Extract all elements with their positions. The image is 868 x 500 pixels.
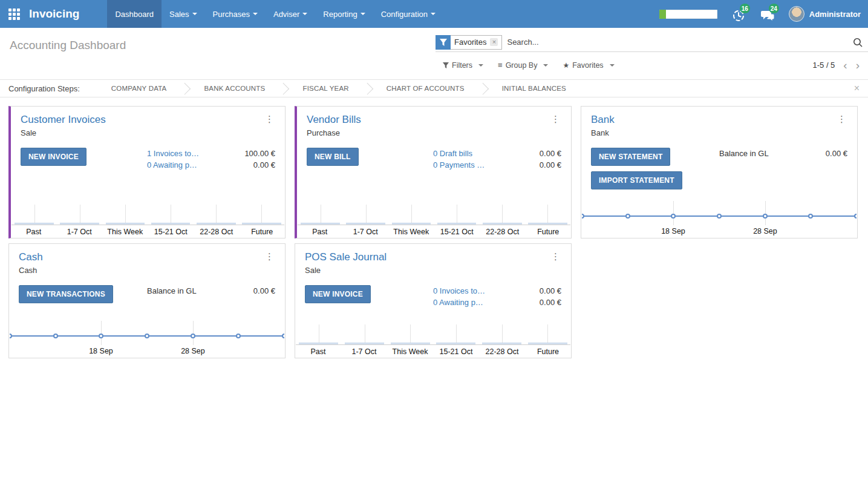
x-tick-label: 22-28 Oct (194, 228, 240, 236)
invoices-to-validate-link[interactable]: 0 Invoices to… (433, 285, 485, 297)
x-tick-label: 15-21 Oct (148, 228, 194, 236)
kebab-menu-icon[interactable]: ⋮ (547, 250, 564, 263)
new-statement-button[interactable]: NEW STATEMENT (591, 148, 670, 166)
kpi-amount: 0.00 € (540, 148, 561, 159)
x-tick-label: Future (525, 347, 571, 356)
grid-icon (8, 8, 20, 20)
balance-label: Balance in GL (147, 285, 197, 297)
search-options-row: Filters ≡ Group By ★ Favorites 1-5 / 5 ‹… (436, 58, 868, 72)
invoices-to-validate-link[interactable]: 1 Invoices to… (147, 148, 199, 159)
new-invoice-button[interactable]: NEW INVOICE (305, 285, 371, 303)
pager-next-icon[interactable]: › (856, 59, 860, 71)
dashboard-kanban: Customer Invoices ⋮ Sale NEW INVOICE 1 I… (0, 97, 868, 367)
pager-previous-icon[interactable]: ‹ (843, 59, 847, 71)
apps-menu-icon[interactable] (0, 0, 28, 28)
x-tick-label: 18 Sep (89, 347, 113, 355)
menu-purchases[interactable]: Purchases (205, 0, 266, 28)
card-subtitle: Sale (21, 128, 275, 137)
filters-button[interactable]: Filters (436, 59, 491, 72)
close-icon[interactable]: × (854, 83, 860, 94)
progress-gauge[interactable] (659, 10, 717, 19)
card-line-graph: 18 Sep 28 Sep (581, 200, 857, 238)
kebab-menu-icon[interactable]: ⋮ (834, 113, 850, 126)
list-icon: ≡ (498, 61, 503, 70)
step-fiscal-year[interactable]: FISCAL YEAR (288, 85, 363, 92)
chevron-down-icon (431, 13, 436, 15)
star-icon: ★ (563, 61, 569, 70)
card-title[interactable]: Customer Invoices (21, 114, 106, 126)
x-tick-label: 1-7 Oct (343, 228, 389, 236)
balance-label: Balance in GL (719, 148, 769, 159)
kpi-amount: 0.00 € (540, 159, 561, 171)
x-tick-label: Past (297, 228, 343, 236)
card-title[interactable]: Vendor Bills (307, 114, 361, 126)
kpi-row: 0 Payments … 0.00 € (433, 159, 561, 171)
facet-remove-icon[interactable]: × (490, 38, 498, 46)
menu-reporting[interactable]: Reporting (315, 0, 373, 28)
x-tick-label: Past (295, 347, 341, 356)
search-facet-favorites[interactable]: Favorites × (436, 35, 502, 50)
pager-value[interactable]: 1-5 / 5 (812, 61, 835, 70)
step-chart-of-accounts[interactable]: CHART OF ACCOUNTS (372, 85, 479, 92)
kebab-menu-icon[interactable]: ⋮ (261, 113, 278, 126)
x-tick-label: This Week (388, 228, 434, 236)
kpi-amount: 0.00 € (253, 285, 275, 297)
menu-sales[interactable]: Sales (162, 0, 205, 28)
payments-link[interactable]: 0 Payments … (433, 159, 485, 171)
card-title[interactable]: Cash (19, 251, 43, 263)
step-company-data[interactable]: COMPANY DATA (97, 85, 181, 92)
kebab-menu-icon[interactable]: ⋮ (261, 250, 278, 263)
new-transactions-button[interactable]: NEW TRANSACTIONS (19, 285, 113, 303)
chevron-down-icon (610, 64, 615, 67)
menu-configuration[interactable]: Configuration (373, 0, 443, 28)
search-bar[interactable]: Favorites × Search... (436, 33, 868, 52)
systray: 16 24 Administrator (659, 0, 868, 28)
menu-dashboard[interactable]: Dashboard (107, 0, 162, 28)
awaiting-payments-link[interactable]: 0 Awaiting p… (147, 159, 197, 171)
card-subtitle: Cash (19, 266, 275, 275)
activity-timer-icon[interactable]: 16 (731, 6, 746, 22)
kpi-row: 0 Draft bills 0.00 € (433, 148, 561, 159)
pager: 1-5 / 5 ‹ › (812, 59, 868, 71)
step-bank-accounts[interactable]: BANK ACCOUNTS (189, 85, 279, 92)
x-tick-label: This Week (387, 347, 433, 356)
user-menu[interactable]: Administrator (789, 6, 861, 22)
import-statement-button[interactable]: IMPORT STATEMENT (591, 171, 682, 189)
card-pos-sale-journal: POS Sale Journal ⋮ Sale NEW INVOICE 0 In… (295, 243, 572, 358)
menu-adviser[interactable]: Adviser (266, 0, 315, 28)
new-bill-button[interactable]: NEW BILL (307, 148, 359, 166)
card-title[interactable]: POS Sale Journal (305, 251, 387, 263)
kpi-row: 0 Awaiting p… 0.00 € (433, 297, 561, 308)
draft-bills-link[interactable]: 0 Draft bills (433, 148, 472, 159)
app-brand[interactable]: Invoicing (28, 0, 88, 28)
x-tick-label: Past (11, 228, 57, 236)
kpi-amount: 0.00 € (540, 297, 561, 308)
search-icon[interactable] (852, 37, 863, 48)
kebab-menu-icon[interactable]: ⋮ (547, 113, 564, 126)
facet-label: Favorites (454, 38, 486, 47)
awaiting-payments-link[interactable]: 0 Awaiting p… (433, 297, 483, 308)
x-tick-label: 1-7 Oct (57, 228, 103, 236)
card-customer-invoices: Customer Invoices ⋮ Sale NEW INVOICE 1 I… (8, 106, 286, 238)
kpi-amount: 0.00 € (253, 159, 275, 171)
x-tick-label: 22-28 Oct (479, 347, 525, 356)
card-title[interactable]: Bank (591, 114, 615, 126)
kpi-row: 1 Invoices to… 100.00 € (147, 148, 275, 159)
control-panel: Accounting Dashboard Favorites × Search.… (0, 28, 868, 79)
search-input[interactable]: Search... (507, 38, 852, 47)
top-navbar: Invoicing Dashboard Sales Purchases Advi… (0, 0, 868, 28)
favorites-button[interactable]: ★ Favorites (555, 59, 621, 72)
group-by-button[interactable]: ≡ Group By (491, 58, 555, 72)
kpi-row: 0 Awaiting p… 0.00 € (147, 159, 275, 171)
x-tick-label: 18 Sep (661, 227, 685, 235)
messages-icon[interactable]: 24 (760, 6, 775, 22)
x-tick-label: Future (526, 228, 572, 236)
main-menu: Dashboard Sales Purchases Adviser Report… (107, 0, 443, 28)
kpi-amount: 100.00 € (244, 148, 275, 159)
new-invoice-button[interactable]: NEW INVOICE (21, 148, 86, 166)
kpi-row: Balance in GL 0.00 € (147, 285, 275, 297)
funnel-icon (443, 62, 449, 68)
card-bar-graph: Past 1-7 Oct This Week 15-21 Oct 22-28 O… (295, 320, 571, 358)
step-initial-balances[interactable]: INITIAL BALANCES (488, 85, 581, 92)
x-tick-label: Future (240, 228, 286, 236)
